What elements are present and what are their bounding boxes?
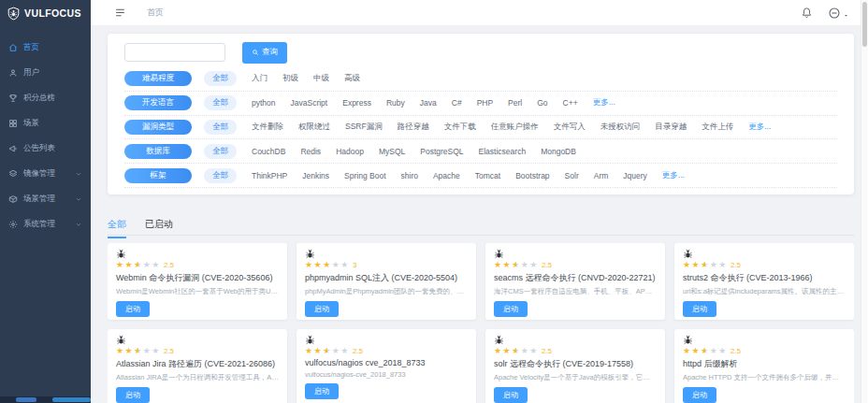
filter-option[interactable]: Express xyxy=(342,98,371,108)
filter-option[interactable]: 未授权访问 xyxy=(600,122,641,133)
filter-option[interactable]: MySQL xyxy=(379,147,405,156)
layers-icon xyxy=(8,169,18,179)
hamburger-icon[interactable] xyxy=(114,7,126,19)
filter-option[interactable]: Redis xyxy=(300,147,321,156)
sidebar-item-announcements[interactable]: 公告列表 xyxy=(0,136,91,161)
filter-option[interactable]: JavaScript xyxy=(291,98,328,108)
start-button[interactable]: 启动 xyxy=(494,387,528,403)
filter-option[interactable]: Jenkins xyxy=(302,171,329,180)
tab-all[interactable]: 全部 xyxy=(108,218,126,238)
sidebar-item-home[interactable]: 首页 xyxy=(0,35,91,60)
filter-option[interactable]: MongoDB xyxy=(541,147,576,156)
filter-option[interactable]: 路径穿越 xyxy=(398,122,429,133)
user-avatar[interactable] xyxy=(828,7,849,20)
filter-all-chip[interactable]: 全部 xyxy=(204,168,237,183)
filter-option[interactable]: 文件下载 xyxy=(444,122,476,133)
tabs: 全部已启动 xyxy=(108,218,173,238)
sidebar-item-image-mgmt[interactable]: 镜像管理 xyxy=(0,161,91,186)
breadcrumb[interactable]: 首页 xyxy=(147,7,164,19)
star-icon: ★ xyxy=(314,347,322,355)
filter-option[interactable]: C# xyxy=(452,98,462,108)
filter-option[interactable]: Spring Boot xyxy=(344,171,385,180)
filter-category-label: 框架 xyxy=(124,168,192,183)
filter-option[interactable]: ThinkPHP xyxy=(252,171,287,180)
filter-option[interactable]: shiro xyxy=(401,171,418,180)
filter-all-chip[interactable]: 全部 xyxy=(204,95,237,110)
filter-option[interactable]: CouchDB xyxy=(252,147,285,156)
bug-icon xyxy=(305,335,468,345)
megaphone-icon xyxy=(8,144,18,153)
bell-icon[interactable] xyxy=(801,7,813,19)
bug-icon xyxy=(494,249,657,259)
scrollbar-segment[interactable] xyxy=(52,397,91,402)
filter-option[interactable]: Bootstrap xyxy=(515,171,549,180)
sidebar-item-system-mgmt[interactable]: 系统管理 xyxy=(0,211,91,237)
star-empty-icon: ★ xyxy=(718,261,726,269)
filter-option[interactable]: Tomcat xyxy=(475,171,500,180)
sidebar-item-users[interactable]: 用户 xyxy=(0,60,91,85)
start-button[interactable]: 启动 xyxy=(683,387,716,403)
filter-all-chip[interactable]: 全部 xyxy=(204,144,237,159)
filter-option[interactable]: Hadoop xyxy=(336,147,364,156)
sidebar-item-label: 首页 xyxy=(23,42,39,53)
bug-icon xyxy=(494,335,657,345)
filter-option[interactable]: python xyxy=(252,98,276,108)
filter-option[interactable]: Solr xyxy=(565,171,579,180)
filter-option[interactable]: 目录穿越 xyxy=(655,122,687,133)
filter-option[interactable]: 文件写入 xyxy=(554,122,586,133)
start-button[interactable]: 启动 xyxy=(494,301,528,317)
sidebar-item-scene-mgmt[interactable]: 场景管理 xyxy=(0,186,91,211)
filter-option[interactable]: 中级 xyxy=(313,73,329,84)
scrollbar-thumb[interactable] xyxy=(862,2,867,47)
filter-rows: 难易程度全部入门初级中级高级开发语言全部pythonJavaScriptExpr… xyxy=(124,67,837,188)
search-input[interactable] xyxy=(124,43,225,62)
filter-option[interactable]: PHP xyxy=(477,98,493,108)
filter-all-chip[interactable]: 全部 xyxy=(204,71,237,86)
star-empty-icon: ★ xyxy=(529,347,537,355)
filter-option[interactable]: Perl xyxy=(508,98,522,108)
rating-stars: ★★★★★★2.5 xyxy=(683,261,846,269)
star-empty-icon: ★ xyxy=(710,347,717,355)
sidebar-horizontal-scrollbar[interactable] xyxy=(0,396,91,403)
start-button[interactable]: 启动 xyxy=(305,301,339,317)
filter-option[interactable]: PostgreSQL xyxy=(420,147,463,156)
filter-option[interactable]: Elasticsearch xyxy=(479,147,527,156)
star-half-icon: ★★ xyxy=(701,261,708,269)
star-icon: ★ xyxy=(305,261,312,269)
filter-option[interactable]: 权限绕过 xyxy=(298,122,330,133)
filter-option[interactable]: C++ xyxy=(563,98,578,108)
filter-option[interactable]: 初级 xyxy=(282,73,298,84)
filter-option[interactable]: Java xyxy=(420,98,437,108)
star-icon: ★ xyxy=(683,347,690,355)
sidebar-item-scenes[interactable]: 场景 xyxy=(0,110,91,136)
box-icon xyxy=(8,194,18,204)
start-button[interactable]: 启动 xyxy=(116,301,150,317)
filter-option[interactable]: Go xyxy=(537,98,547,108)
start-button[interactable]: 启动 xyxy=(305,383,339,399)
filter-more-link[interactable]: 更多... xyxy=(748,122,771,133)
start-button[interactable]: 启动 xyxy=(116,387,150,403)
filter-option[interactable]: Ruby xyxy=(386,98,405,108)
rating-value: 2.5 xyxy=(731,347,741,355)
vertical-scrollbar[interactable] xyxy=(861,0,868,403)
scrollbar-segment[interactable] xyxy=(16,397,36,402)
topbar: 首页 xyxy=(91,0,868,26)
filter-option[interactable]: SSRF漏洞 xyxy=(345,122,383,133)
start-button[interactable]: 启动 xyxy=(683,301,716,317)
filter-option[interactable]: Apache xyxy=(433,171,460,180)
star-empty-icon: ★ xyxy=(340,347,348,355)
star-icon: ★ xyxy=(683,261,690,269)
filter-option[interactable]: 任意账户操作 xyxy=(491,122,539,133)
search-button[interactable]: 查询 xyxy=(242,42,287,64)
filter-option[interactable]: 高级 xyxy=(344,73,360,84)
filter-option[interactable]: 文件上传 xyxy=(702,122,733,133)
filter-option[interactable]: 入门 xyxy=(252,73,268,84)
filter-all-chip[interactable]: 全部 xyxy=(204,120,237,135)
tab-started[interactable]: 已启动 xyxy=(145,218,173,238)
filter-option[interactable]: Arm xyxy=(594,171,609,180)
filter-more-link[interactable]: 更多... xyxy=(593,97,615,108)
filter-more-link[interactable]: 更多... xyxy=(662,170,685,181)
sidebar-item-rank[interactable]: 积分总榜 xyxy=(0,85,91,110)
filter-option[interactable]: Jquery xyxy=(623,171,647,180)
filter-option[interactable]: 文件删除 xyxy=(252,122,283,133)
